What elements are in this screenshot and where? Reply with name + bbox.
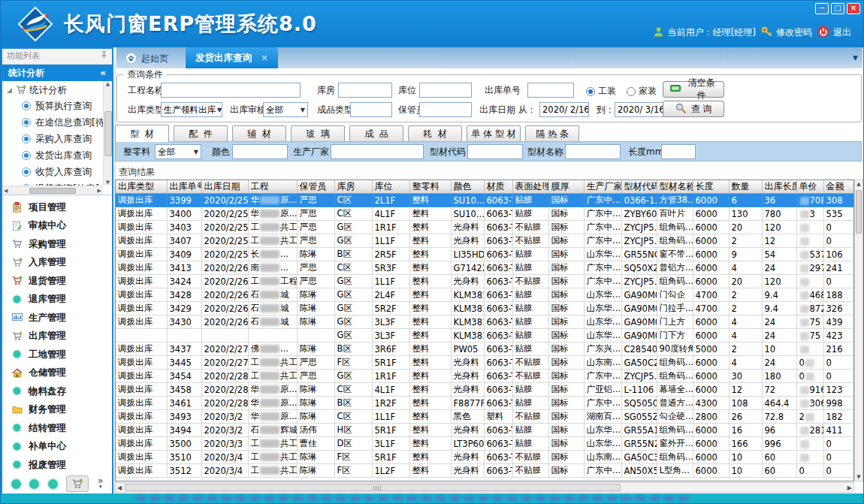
clear-conditions-button[interactable]: 清空条件 — [663, 81, 724, 98]
material-tab[interactable]: 辅 材 — [232, 125, 286, 141]
material-tab[interactable]: 型 材 — [115, 125, 169, 142]
column-header[interactable]: 材质 — [484, 180, 512, 194]
sidebar-module-chart[interactable]: 生产管理 — [2, 309, 112, 327]
logout-button[interactable]: 退出 — [817, 26, 851, 40]
collapse-icon[interactable]: « — [100, 65, 106, 81]
material-tab[interactable]: 单 体 型 材 — [467, 125, 521, 141]
column-header[interactable]: 生产厂家 — [584, 180, 621, 194]
column-header[interactable]: 库位 — [372, 180, 409, 194]
module-dot-icon[interactable] — [29, 479, 39, 489]
sidebar-tree-item[interactable]: 收货入库查询 — [2, 164, 112, 180]
sidebar-tree-item[interactable]: 在途信息查询[待 — [2, 114, 112, 131]
tree-vertical-scrollbar[interactable]: ▲▼ — [103, 81, 112, 186]
tab-home[interactable]: 起始页 — [118, 50, 176, 68]
sidebar-module-cart-in[interactable]: 入库管理 — [2, 254, 112, 273]
tab-close-icon[interactable]: × — [261, 53, 268, 63]
column-header[interactable]: 出库类型 — [116, 180, 167, 194]
column-header[interactable]: 金额 — [823, 180, 854, 194]
tree-horizontal-scrollbar[interactable]: ◀▶ — [2, 186, 103, 195]
product-type-input[interactable] — [350, 102, 392, 117]
sidebar-module-cart-ret[interactable]: 退货管理 — [2, 272, 112, 291]
more-modules-button[interactable]: »▾ — [98, 478, 103, 490]
profile-name-input[interactable] — [565, 144, 621, 159]
table-row[interactable]: 调拨出库34092020/2/25长...陈琳B区2R5F整料LI35HD606… — [116, 248, 854, 261]
table-row[interactable]: 调拨出库34282020/2/26石城陈琳G区2L4F整料KLM38176063… — [116, 288, 854, 302]
table-row[interactable]: 调拨出库34002020/2/25华原...严思C区4L1F整料SU10...6… — [116, 207, 854, 221]
search-button[interactable]: 查 询 — [663, 101, 724, 117]
whole-piece-select[interactable]: 全部▼ — [155, 144, 201, 159]
radio-unselected-icon[interactable] — [627, 87, 636, 96]
table-row[interactable]: 调拨出库34942020/3/2石辉城汤伟H区5R1F整料光身料6063-T5贴… — [116, 424, 854, 437]
table-row[interactable]: G区3L3F整料KLM38176063-T5贴膜国标山东华...GA90M09.… — [116, 329, 854, 343]
sidebar-module-circle[interactable]: 退库管理 — [2, 291, 112, 309]
sidebar-module-circle[interactable]: 物料盘存 — [2, 382, 112, 401]
tree-root-statistics[interactable]: 统计分析 — [2, 81, 112, 98]
material-tab[interactable]: 成 品 — [349, 125, 403, 141]
column-header[interactable]: 保管员 — [297, 180, 334, 194]
column-header[interactable]: 出库单号 — [167, 180, 201, 194]
table-row[interactable]: 调拨出库34372020/2/27佛...陈琳B区3R6F整料PW056063-… — [116, 343, 854, 356]
column-header[interactable]: 单价 — [796, 180, 823, 194]
table-row[interactable]: 调拨出库34542020/2/28工共工程严思G区1R1F整料光身料6063-T… — [116, 370, 854, 383]
profile-code-input[interactable] — [467, 144, 523, 159]
sidebar-tree-item[interactable]: 预算执行查询 — [2, 98, 112, 114]
sidebar-module-circle[interactable]: 补单中心 — [2, 438, 112, 457]
sidebar-module-home[interactable]: 仓储管理 — [2, 364, 112, 383]
warehouse-input[interactable] — [338, 83, 392, 98]
scroll-down-icon[interactable]: ▼ — [855, 474, 862, 480]
tab-shipment-outbound-query[interactable]: 发货出库查询 × — [186, 47, 278, 68]
material-tab[interactable]: 玻 璃 — [291, 125, 345, 141]
column-header[interactable]: 型材名称 — [657, 180, 693, 194]
cart-module-button[interactable] — [66, 475, 89, 492]
column-header[interactable]: 长度 — [693, 180, 729, 194]
module-dot-icon[interactable] — [11, 479, 21, 489]
table-row[interactable]: 调拨出库34072020/2/25工共工程严思G区1L1F整料光身料6063-T… — [116, 234, 854, 248]
table-row[interactable]: 调拨出库34582020/2/28华原...陈琳C区4L1F整料光身料6063-… — [116, 383, 854, 397]
column-header[interactable]: 型材代码 — [621, 180, 657, 194]
column-header[interactable]: 颜色 — [451, 180, 484, 194]
table-row[interactable]: 调拨出库35102020/3/4工共工程陈琳F区5R1F整料光身料6063-T5… — [116, 451, 854, 464]
vscroll-thumb[interactable] — [856, 190, 862, 234]
table-row[interactable]: 调拨出库34292020/2/26石城陈琳G区5R2F整料KLM38176063… — [116, 302, 854, 315]
location-input[interactable] — [419, 83, 472, 98]
column-header[interactable]: 出库长度 — [762, 180, 796, 194]
close-button[interactable]: × — [847, 3, 860, 14]
material-tab[interactable]: 耗 材 — [408, 125, 462, 141]
change-password-button[interactable]: 修改密码 — [761, 26, 812, 40]
table-row[interactable]: 调拨出库34242020/2/26工工程严思G区1L1F整料光身料6063-T5… — [116, 275, 854, 288]
project-name-input[interactable] — [161, 83, 301, 98]
scroll-right-icon[interactable]: ▶ — [847, 484, 852, 491]
expander-icon[interactable] — [7, 88, 12, 93]
tab-list-dropdown-icon[interactable]: ▼ — [853, 54, 858, 62]
maximize-button[interactable]: □ — [831, 3, 844, 14]
table-row[interactable]: 调拨出库34132020/2/26南...严思C区5R3F整料G71422606… — [116, 261, 854, 275]
column-header[interactable]: 膜厚 — [548, 180, 584, 194]
table-row[interactable]: 调拨出库34302020/2/26石城陈琳G区3L3F整料KLM38176063… — [116, 315, 854, 329]
table-row[interactable]: 调拨出库34932020/3/2华原...陈琳C区1L1F整料黑色塑料不贴膜国标… — [116, 410, 854, 424]
table-row[interactable]: 调拨出库35122020/3/4工共工程陈琳F区1L2F整料光身料6063-T5… — [116, 464, 854, 478]
material-tab[interactable]: 隔 热 条 — [525, 125, 579, 141]
column-header[interactable]: 工程 — [248, 180, 297, 194]
table-row[interactable]: 调拨出库35002020/3/3工共工程曹佳D区3L1F整料LT3P606063… — [116, 437, 854, 451]
sidebar-module-circle[interactable]: 结转管理 — [2, 419, 112, 438]
minimize-button[interactable]: − — [815, 3, 829, 14]
table-row[interactable]: 调拨出库34612020/2/28华原...陈琳B区1R2F整料F8877FT6… — [116, 397, 854, 410]
keeper-input[interactable] — [419, 102, 472, 117]
scroll-left-icon[interactable]: ◀ — [117, 484, 122, 491]
sidebar-module-cart-out[interactable]: 出库管理 — [2, 327, 112, 346]
horizontal-scrollbar[interactable]: ◀ ▶ — [115, 482, 854, 493]
sidebar-tree-item[interactable]: 采购入库查询 — [2, 131, 112, 147]
order-no-input[interactable] — [527, 83, 574, 98]
length-input[interactable] — [661, 144, 696, 159]
sidebar-tree-item[interactable]: 发货出库查询 — [2, 147, 112, 164]
out-type-select[interactable]: 生产领料出库▼ — [161, 102, 222, 117]
sidebar-module-cart[interactable]: 采购管理 — [2, 235, 112, 254]
vertical-scrollbar[interactable]: ▲ ▼ — [854, 180, 863, 481]
date-to-picker[interactable]: 2020/ 3/16▼ — [615, 102, 664, 117]
color-input[interactable] — [232, 144, 288, 159]
radio-gongzhuang[interactable]: 工装 — [586, 85, 616, 98]
pin-icon[interactable] — [101, 49, 107, 64]
material-tab[interactable]: 配 件 — [174, 125, 228, 141]
column-header[interactable]: 库房 — [334, 180, 372, 194]
sidebar-section-statistics[interactable]: 统计分析 « — [2, 65, 112, 81]
